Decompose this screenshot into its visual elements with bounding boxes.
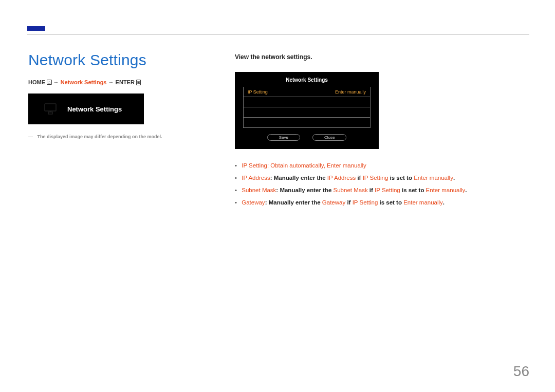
view-network-settings-title: View the network settings. bbox=[235, 53, 502, 61]
osd-close-button[interactable]: Close bbox=[312, 134, 346, 141]
osd-row-ip-setting[interactable]: IP Setting Enter manually bbox=[243, 87, 371, 97]
disclaimer-text: The displayed image may differ depending… bbox=[38, 134, 162, 139]
breadcrumb-item: Network Settings bbox=[61, 79, 107, 85]
disclaimer-note: ― The displayed image may differ dependi… bbox=[28, 134, 162, 139]
header-accent-bar bbox=[27, 26, 45, 31]
osd-row-empty-1 bbox=[243, 97, 371, 107]
osd-ip-setting-label: IP Setting bbox=[248, 89, 268, 95]
osd-row-empty-3 bbox=[243, 118, 371, 128]
bullet-icon: • bbox=[235, 187, 237, 193]
page-heading: Network Settings bbox=[28, 51, 146, 69]
bullet-subnet-mask: • Subnet Mask: Manually enter the Subnet… bbox=[235, 185, 502, 195]
bullet-ip-setting: • IP Setting: Obtain automatically, Ente… bbox=[235, 160, 502, 171]
network-settings-icon bbox=[40, 103, 61, 115]
menu-tile-network-settings[interactable]: Network Settings bbox=[28, 94, 144, 124]
osd-ip-setting-value: Enter manually bbox=[335, 89, 366, 95]
bullet-ip-address: • IP Address: Manually enter the IP Addr… bbox=[235, 173, 502, 183]
breadcrumb-home: HOME bbox=[28, 79, 45, 85]
breadcrumb-enter: ENTER bbox=[116, 79, 135, 85]
svg-rect-1 bbox=[48, 112, 52, 114]
breadcrumb: HOME ⌂ → Network Settings → ENTER E bbox=[28, 79, 141, 85]
menu-tile-label: Network Settings bbox=[67, 105, 122, 113]
bullet-gateway: • Gateway: Manually enter the Gateway if… bbox=[235, 197, 502, 208]
osd-panel: Network Settings IP Setting Enter manual… bbox=[235, 72, 379, 149]
svg-rect-0 bbox=[45, 104, 56, 111]
osd-row-empty-2 bbox=[243, 107, 371, 118]
bullet-icon: • bbox=[235, 162, 237, 169]
home-icon: ⌂ bbox=[47, 80, 51, 85]
osd-save-button[interactable]: Save bbox=[267, 134, 300, 141]
enter-icon: E bbox=[136, 80, 141, 85]
header-rule bbox=[27, 34, 529, 34]
bullet-icon: • bbox=[235, 199, 237, 206]
osd-title: Network Settings bbox=[243, 77, 371, 83]
bullet-icon: • bbox=[235, 175, 237, 181]
settings-descriptions: • IP Setting: Obtain automatically, Ente… bbox=[235, 160, 502, 208]
dash-icon: ― bbox=[28, 134, 33, 139]
page-number: 56 bbox=[513, 363, 529, 380]
